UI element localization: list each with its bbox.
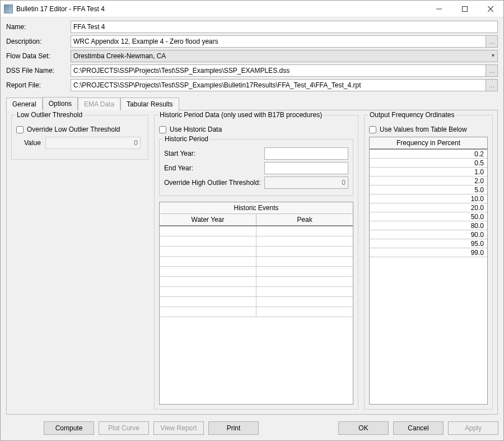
cell-peak[interactable] <box>256 297 353 307</box>
cell-peak[interactable] <box>256 307 353 317</box>
use-values-check[interactable]: Use Values from Table Below <box>369 126 488 133</box>
row-start-year: Start Year: <box>164 147 348 160</box>
frequency-row[interactable]: 0.2 <box>370 150 487 159</box>
row-override-high: Override High Outlier Threshold: <box>164 177 348 189</box>
frequency-table[interactable]: Frequency in Percent 0.20.51.02.05.010.0… <box>369 137 488 405</box>
row-report-file: Report File: … <box>6 79 498 91</box>
table-row[interactable] <box>160 307 353 317</box>
row-name: Name: <box>6 21 498 33</box>
cell-water-year[interactable] <box>160 277 256 286</box>
end-year-label: End Year: <box>164 164 264 172</box>
start-year-input[interactable] <box>264 147 348 160</box>
table-row[interactable] <box>160 226 353 236</box>
cell-water-year[interactable] <box>160 267 256 276</box>
historic-period-title: Historic Period <box>163 135 210 143</box>
cell-water-year[interactable] <box>160 247 256 256</box>
cell-peak[interactable] <box>256 247 353 256</box>
historic-title: Historic Period Data (only used with B17… <box>158 111 324 119</box>
report-browse-button[interactable]: … <box>486 79 498 91</box>
frequency-row[interactable]: 1.0 <box>370 168 487 177</box>
minimize-button[interactable] <box>426 1 452 17</box>
frequency-row[interactable]: 90.0 <box>370 230 487 239</box>
use-historic-check[interactable]: Use Historic Data <box>159 126 353 133</box>
cell-peak[interactable] <box>256 277 353 286</box>
dss-file-input[interactable] <box>71 64 486 77</box>
report-file-input[interactable] <box>71 79 486 91</box>
frequency-row[interactable]: 50.0 <box>370 212 487 221</box>
group-frequency: Output Frequency Ordinates Use Values fr… <box>364 115 493 410</box>
table-row[interactable] <box>160 277 353 287</box>
cell-peak[interactable] <box>256 236 353 246</box>
tab-tabular-results[interactable]: Tabular Results <box>120 98 179 110</box>
row-description: Description: … <box>6 35 498 48</box>
frequency-row[interactable]: 5.0 <box>370 185 487 194</box>
view-report-button: View Report <box>153 421 204 435</box>
ellipsis-icon: … <box>489 82 495 89</box>
table-row[interactable] <box>160 257 353 267</box>
group-historic-period: Historic Period Start Year: End Year: Ov… <box>159 139 353 196</box>
cell-water-year[interactable] <box>160 297 256 307</box>
frequency-row[interactable]: 0.5 <box>370 159 487 168</box>
use-historic-checkbox[interactable] <box>159 126 166 133</box>
table-row[interactable] <box>160 267 353 277</box>
button-bar: Compute Plot Curve View Report Print OK … <box>1 417 503 440</box>
historic-events-table[interactable]: Historic Events Water Year Peak <box>159 202 353 405</box>
cell-water-year[interactable] <box>160 257 256 266</box>
name-input[interactable] <box>71 21 498 33</box>
flow-data-set-value[interactable] <box>71 50 498 62</box>
description-input[interactable] <box>71 35 486 48</box>
cancel-button[interactable]: Cancel <box>393 421 444 435</box>
ok-button[interactable]: OK <box>338 421 389 435</box>
cell-peak[interactable] <box>256 257 353 266</box>
frequency-row[interactable]: 95.0 <box>370 239 487 248</box>
minimize-icon <box>436 6 442 12</box>
cell-peak[interactable] <box>256 287 353 296</box>
cell-peak[interactable] <box>256 267 353 276</box>
low-outlier-value-input <box>45 137 141 149</box>
frequency-rows: 0.20.51.02.05.010.020.050.080.090.095.09… <box>370 150 487 257</box>
override-low-outlier-check[interactable]: Override Low Outlier Threshold <box>16 126 143 133</box>
cell-water-year[interactable] <box>160 226 256 236</box>
start-year-label: Start Year: <box>164 150 264 157</box>
svg-rect-1 <box>463 6 468 11</box>
maximize-button[interactable] <box>452 1 478 17</box>
row-flow-data-set: Flow Data Set: ▾ <box>6 50 498 62</box>
print-button[interactable]: Print <box>208 421 259 435</box>
group-historic: Historic Period Data (only used with B17… <box>154 115 358 410</box>
frequency-col-header: Frequency in Percent <box>370 137 487 150</box>
frequency-row[interactable]: 2.0 <box>370 177 487 185</box>
compute-button[interactable]: Compute <box>44 421 94 435</box>
use-values-checkbox[interactable] <box>369 126 376 133</box>
cell-peak[interactable] <box>256 226 353 236</box>
tab-options[interactable]: Options <box>43 97 78 110</box>
row-end-year: End Year: <box>164 162 348 174</box>
end-year-input[interactable] <box>264 162 348 174</box>
table-row[interactable] <box>160 247 353 257</box>
cell-water-year[interactable] <box>160 236 256 246</box>
window: Bulletin 17 Editor - FFA Test 4 Name: De… <box>0 0 504 441</box>
cell-water-year[interactable] <box>160 307 256 317</box>
frequency-row[interactable]: 10.0 <box>370 194 487 203</box>
col-water-year: Water Year <box>160 214 256 225</box>
description-label: Description: <box>6 38 71 45</box>
override-low-outlier-checkbox[interactable] <box>16 126 24 133</box>
table-row[interactable] <box>160 236 353 247</box>
frequency-row[interactable]: 80.0 <box>370 221 487 230</box>
dss-browse-button[interactable]: … <box>486 64 498 77</box>
override-high-input <box>264 177 348 189</box>
app-icon <box>4 4 13 13</box>
tab-general[interactable]: General <box>6 98 43 110</box>
name-label: Name: <box>6 23 71 31</box>
use-historic-label: Use Historic Data <box>170 126 222 133</box>
apply-button: Apply <box>448 421 498 435</box>
frequency-row[interactable]: 99.0 <box>370 248 487 257</box>
override-low-outlier-label: Override Low Outlier Threshold <box>27 126 120 133</box>
frequency-row[interactable]: 20.0 <box>370 203 487 212</box>
flow-data-set-combo[interactable]: ▾ <box>71 50 498 62</box>
description-browse-button[interactable]: … <box>486 35 498 48</box>
titlebar: Bulletin 17 Editor - FFA Test 4 <box>1 1 503 17</box>
cell-water-year[interactable] <box>160 287 256 296</box>
close-button[interactable] <box>478 1 503 17</box>
table-row[interactable] <box>160 297 353 307</box>
table-row[interactable] <box>160 287 353 297</box>
